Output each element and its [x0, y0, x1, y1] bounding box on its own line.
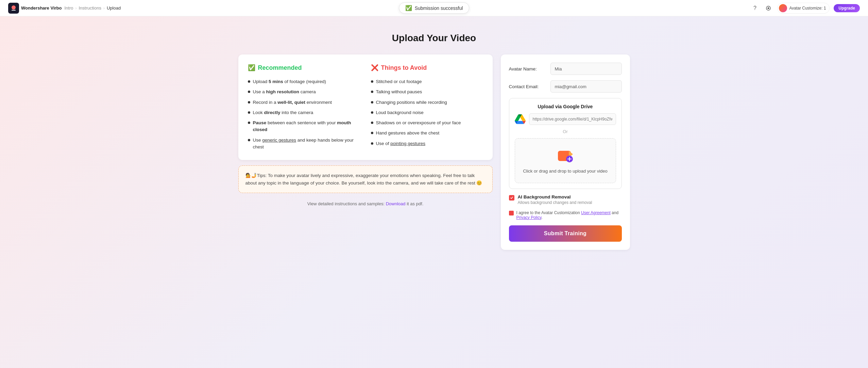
bullet-icon: [371, 142, 373, 145]
bullet-icon: [371, 101, 373, 103]
svg-rect-2: [12, 10, 16, 11]
tips-text: 💁🤳Tips: To make your avatar lively and e…: [245, 173, 482, 186]
avatar-name-row: Avatar Name:: [509, 63, 622, 75]
logo[interactable]: Wondershare Virbo: [8, 3, 62, 14]
bullet-icon: [371, 122, 373, 124]
bullet-icon: [371, 111, 373, 114]
breadcrumb-instructions[interactable]: Instructions: [79, 5, 101, 11]
logo-text: Wondershare Virbo: [21, 5, 62, 11]
success-badge: ✅ Submission successful: [399, 2, 470, 14]
header: Wondershare Virbo Intro › Instructions ›…: [0, 0, 868, 16]
header-left: Wondershare Virbo Intro › Instructions ›…: [8, 3, 121, 14]
or-divider: Or: [515, 129, 616, 134]
list-item: Loud background noise: [371, 109, 483, 116]
upgrade-button[interactable]: Upgrade: [834, 4, 860, 12]
list-item: Use generic gestures and keep hands belo…: [248, 137, 360, 151]
list-item: Look directly into the camera: [248, 109, 360, 116]
ai-bg-desc: Allows background changes and removal: [518, 200, 592, 205]
bullet-icon: [248, 122, 250, 124]
footer-text-before: View detailed instructions and samples:: [307, 201, 386, 206]
upload-drop-text: Click or drag and drop to upload your vi…: [523, 168, 608, 175]
success-message: Submission successful: [415, 5, 463, 11]
avatar-label: Avatar Customize: 1: [789, 6, 826, 11]
gdrive-row: [515, 113, 616, 125]
breadcrumb: Intro › Instructions › Upload: [64, 5, 121, 11]
recommended-title: ✅ Recommended: [248, 64, 360, 71]
avoid-list: Stitched or cut footage Talking without …: [371, 78, 483, 147]
avatar-name-label: Avatar Name:: [509, 66, 546, 71]
left-panel: ✅ Recommended Upload 5 mins of footage (…: [238, 54, 493, 206]
guidelines-card: ✅ Recommended Upload 5 mins of footage (…: [238, 54, 493, 160]
list-item: Hand gestures above the chest: [371, 130, 483, 137]
help-button[interactable]: ?: [750, 3, 760, 13]
list-item: Use a high resolution camera: [248, 89, 360, 95]
check-circle-icon: ✅: [248, 64, 255, 71]
ai-bg-removal-row: AI Background Removal Allows background …: [509, 194, 622, 205]
footer-text-after: it as pdf.: [406, 201, 424, 206]
settings-button[interactable]: [764, 3, 773, 13]
upload-drop-zone[interactable]: Click or drag and drop to upload your vi…: [515, 138, 616, 183]
user-agreement-link[interactable]: User Agreement: [581, 210, 611, 215]
checkbox-check-icon: [510, 196, 513, 199]
tips-card: 💁🤳Tips: To make your avatar lively and e…: [238, 165, 493, 193]
gdrive-url-input[interactable]: [529, 113, 616, 125]
agreement-text: I agree to the Avatar Customization User…: [516, 210, 622, 220]
agreement-checkbox[interactable]: [509, 211, 514, 215]
list-item: Shadows on or overexposure of your face: [371, 119, 483, 126]
google-drive-title: Upload via Google Drive: [515, 104, 616, 109]
contact-email-label: Contact Email:: [509, 84, 546, 89]
breadcrumb-sep1: ›: [75, 6, 76, 11]
breadcrumb-sep2: ›: [103, 6, 105, 11]
avatar-name-input[interactable]: [550, 63, 622, 75]
gdrive-icon: [515, 114, 526, 125]
list-item: Changing positions while recording: [371, 99, 483, 106]
logo-icon: [8, 3, 19, 14]
bullet-icon: [248, 101, 250, 103]
contact-email-input[interactable]: [550, 80, 622, 93]
upload-video-icon: [557, 147, 574, 164]
ai-bg-checkbox[interactable]: [509, 195, 514, 201]
bullet-icon: [248, 80, 250, 83]
google-drive-section: Upload via Google Drive Or: [509, 98, 622, 189]
avatar-pill[interactable]: Avatar Customize: 1: [777, 3, 830, 14]
privacy-policy-link[interactable]: Privacy Policy: [516, 215, 542, 220]
bullet-icon: [248, 91, 250, 93]
main-content: Upload Your Video ✅ Recommended: [230, 16, 638, 266]
page-title: Upload Your Video: [238, 33, 630, 44]
instructions-footer: View detailed instructions and samples: …: [238, 201, 493, 206]
bullet-icon: [371, 132, 373, 134]
content-grid: ✅ Recommended Upload 5 mins of footage (…: [238, 54, 630, 250]
breadcrumb-current: Upload: [107, 5, 121, 11]
recommended-list: Upload 5 mins of footage (required) Use …: [248, 78, 360, 150]
bullet-icon: [371, 80, 373, 83]
right-panel: Avatar Name: Contact Email: Upload via G…: [501, 54, 630, 250]
x-circle-icon: ❌: [371, 64, 378, 71]
ai-bg-title: AI Background Removal: [518, 194, 592, 199]
avatar-image: [779, 4, 787, 12]
list-item: Pause between each sentence with your mo…: [248, 119, 360, 133]
contact-email-row: Contact Email:: [509, 80, 622, 93]
list-item: Stitched or cut footage: [371, 78, 483, 85]
bullet-icon: [248, 111, 250, 114]
list-item: Upload 5 mins of footage (required): [248, 78, 360, 85]
list-item: Use of pointing gestures: [371, 140, 483, 147]
header-right: ? Avatar Customize: 1 Upgrade: [750, 3, 860, 14]
svg-point-1: [12, 5, 16, 10]
svg-point-4: [768, 7, 769, 9]
download-link[interactable]: Download: [386, 201, 406, 206]
breadcrumb-intro[interactable]: Intro: [64, 5, 73, 11]
guidelines-grid: ✅ Recommended Upload 5 mins of footage (…: [248, 64, 483, 150]
list-item: Record in a well-lit, quiet environment: [248, 99, 360, 106]
bullet-icon: [371, 91, 373, 93]
recommended-section: ✅ Recommended Upload 5 mins of footage (…: [248, 64, 360, 150]
check-icon: ✅: [405, 5, 412, 11]
list-item: Talking without pauses: [371, 89, 483, 95]
avoid-section: ❌ Things to Avoid Stitched or cut footag…: [371, 64, 483, 150]
bullet-icon: [248, 139, 250, 141]
agreement-row: I agree to the Avatar Customization User…: [509, 210, 622, 220]
submit-training-button[interactable]: Submit Training: [509, 225, 622, 242]
ai-bg-content: AI Background Removal Allows background …: [518, 194, 592, 205]
avoid-title: ❌ Things to Avoid: [371, 64, 483, 71]
header-center: ✅ Submission successful: [399, 2, 470, 14]
